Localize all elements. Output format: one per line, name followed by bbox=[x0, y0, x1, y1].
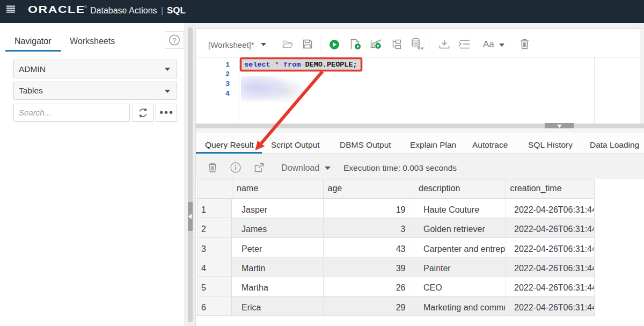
svg-text:ORACLE: ORACLE bbox=[28, 4, 85, 15]
svg-text:?: ? bbox=[172, 37, 176, 45]
